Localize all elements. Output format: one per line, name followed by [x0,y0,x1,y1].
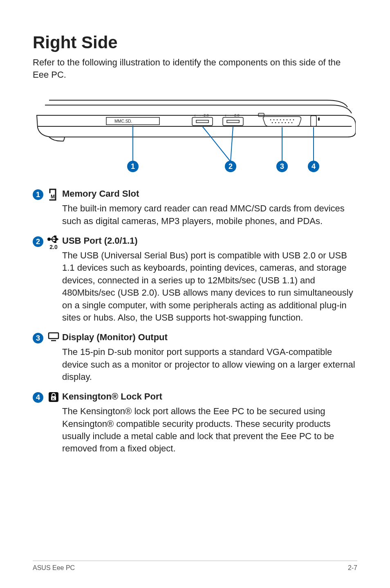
list-item: 3 Display (Monitor) Output The 15-pin D-… [33,332,357,383]
svg-point-13 [287,119,288,121]
diagram-callout-4: 4 [312,162,316,171]
footer-left: ASUS Eee PC [33,564,75,572]
diagram-callout-3: 3 [280,162,284,171]
svg-text:M: M [51,194,55,200]
diagram-usb1-label: 2.0 [204,113,209,117]
svg-point-10 [277,119,278,121]
intro-text: Refer to the following illustration to i… [33,56,357,81]
list-item: 4 K Kensington® Lock Port The Kensington… [33,391,357,455]
item-heading: Display (Monitor) Output [62,332,357,343]
item-body: The 15-pin D-sub monitor port supports a… [62,346,357,383]
diagram-callout-2: 2 [229,162,233,171]
item-number: 1 [33,189,43,200]
svg-point-18 [278,122,280,123]
usb-icon: 2.0 [45,236,62,251]
svg-point-22 [291,122,293,123]
svg-point-11 [280,119,281,121]
svg-point-39 [54,241,56,243]
usb-version-label: 2.0 [47,244,60,250]
page-footer: ASUS Eee PC 2-7 [33,561,357,572]
svg-point-8 [270,119,271,121]
svg-rect-25 [318,118,320,121]
item-body: The Kensington® lock port allows the Eee… [62,405,357,455]
svg-text:⟵⊶: ⟵⊶ [225,113,234,117]
svg-point-17 [275,122,276,123]
footer-right: 2-7 [348,564,357,572]
diagram-callout-1: 1 [131,162,135,171]
svg-point-12 [283,119,285,121]
side-diagram: MMC.SD. ⟵⊶ 2.0 ⟵⊶ 2.0 [33,93,357,176]
item-body: The built-in memory card reader can read… [62,202,357,227]
svg-point-15 [293,119,294,121]
svg-point-16 [272,122,273,123]
lock-icon: K [45,391,62,403]
svg-point-9 [273,119,275,121]
svg-point-21 [288,122,289,123]
page-title: Right Side [33,33,357,52]
item-heading: Memory Card Slot [62,189,357,199]
item-heading: USB Port (2.0/1.1) [62,236,357,246]
memory-card-icon: M [45,189,62,203]
svg-rect-38 [54,236,56,237]
list-item: 2 2.0 USB Port (2.0/1.1) The USB (Univer… [33,236,357,324]
svg-point-14 [290,119,291,121]
svg-text:K: K [52,397,55,401]
diagram-mmc-label: MMC.SD. [114,119,132,123]
svg-rect-40 [49,333,58,339]
item-number: 2 [33,236,43,247]
item-body: The USB (Universal Serial Bus) port is c… [62,249,357,324]
diagram-usb2-label: 2.0 [234,113,240,117]
item-heading: Kensington® Lock Port [62,391,357,402]
svg-point-20 [285,122,286,123]
monitor-icon [45,332,62,344]
svg-point-19 [282,122,283,123]
item-number: 3 [33,333,43,343]
item-number: 4 [33,392,43,403]
list-item: 1 M Memory Card Slot The built-in memory… [33,189,357,227]
svg-text:⟵⊶: ⟵⊶ [194,113,203,117]
